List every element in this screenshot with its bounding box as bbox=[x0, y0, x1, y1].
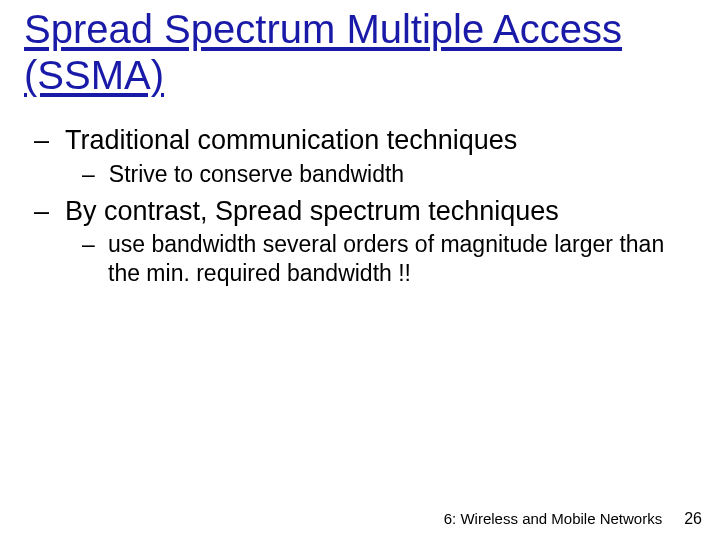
dash-icon: – bbox=[34, 124, 49, 158]
bullet-text: Traditional communication techniques bbox=[65, 124, 517, 158]
dash-icon: – bbox=[34, 195, 49, 229]
bullet-text: By contrast, Spread spectrum techniques bbox=[65, 195, 559, 229]
bullet-level1: – By contrast, Spread spectrum technique… bbox=[24, 195, 690, 229]
slide-title: Spread Spectrum Multiple Access (SSMA) bbox=[24, 6, 680, 98]
dash-icon: – bbox=[82, 230, 94, 288]
bullet-level2: – use bandwidth several orders of magnit… bbox=[24, 230, 690, 288]
dash-icon: – bbox=[82, 160, 95, 189]
bullet-text: use bandwidth several orders of magnitud… bbox=[108, 230, 690, 288]
slide-body: – Traditional communication techniques –… bbox=[24, 118, 690, 294]
slide-footer: 6: Wireless and Mobile Networks 26 bbox=[444, 510, 702, 528]
bullet-level2: – Strive to conserve bandwidth bbox=[24, 160, 690, 189]
bullet-text: Strive to conserve bandwidth bbox=[109, 160, 404, 189]
bullet-level1: – Traditional communication techniques bbox=[24, 124, 690, 158]
footer-section: 6: Wireless and Mobile Networks bbox=[444, 510, 662, 527]
page-number: 26 bbox=[684, 510, 702, 528]
slide: Spread Spectrum Multiple Access (SSMA) –… bbox=[0, 0, 720, 540]
